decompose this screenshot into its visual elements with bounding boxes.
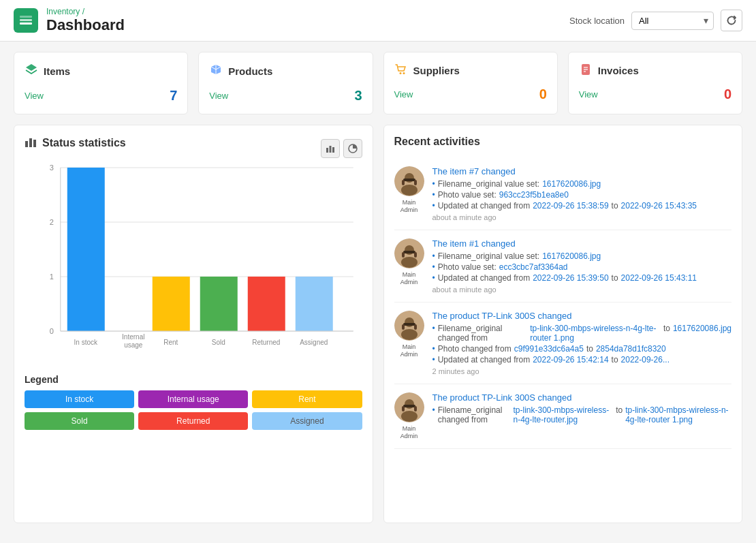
invoices-view-link[interactable]: View [579, 89, 598, 99]
items-view-link[interactable]: View [25, 91, 44, 101]
svg-text:Returned: Returned [252, 339, 280, 346]
activity-title-3[interactable]: The product TP-Link 300S changed [432, 311, 732, 321]
svg-point-5 [403, 72, 405, 74]
stat-card-suppliers-header: Suppliers [394, 63, 547, 78]
stock-location-select[interactable]: All Warehouse A Warehouse B [631, 12, 714, 30]
svg-text:Internal: Internal [122, 333, 144, 341]
recent-activities-panel: Recent activities [383, 125, 743, 523]
legend-item-returned: Returned [138, 412, 248, 430]
svg-rect-37 [403, 179, 415, 181]
activity-time-3: 2 minutes ago [432, 367, 732, 375]
activity-content-4: The product TP-Link 300S changed Filenam… [432, 392, 732, 440]
stat-card-invoices-footer: View 0 [579, 87, 731, 102]
svg-rect-39 [414, 180, 417, 185]
suppliers-view-link[interactable]: View [394, 89, 413, 99]
activity-user-4: MainAdmin [400, 425, 418, 440]
svg-rect-10 [25, 141, 28, 147]
stock-location-label: Stock location [569, 16, 625, 26]
svg-rect-2 [20, 16, 32, 18]
svg-text:Rent: Rent [163, 339, 178, 346]
products-view-link[interactable]: View [209, 91, 228, 101]
activity-avatar-2 [394, 238, 424, 268]
doc-icon [579, 63, 593, 78]
svg-rect-49 [403, 323, 415, 326]
svg-text:Assigned: Assigned [300, 339, 328, 346]
svg-rect-57 [414, 406, 417, 412]
svg-rect-45 [414, 252, 417, 258]
stat-card-products-header: Products [209, 63, 362, 80]
svg-text:usage: usage [124, 341, 143, 349]
items-count: 7 [170, 88, 177, 104]
svg-point-4 [399, 72, 401, 74]
stat-card-items: Items View 7 [14, 52, 188, 114]
stat-card-items-header: Items [25, 63, 177, 80]
invoices-title: Invoices [598, 65, 639, 76]
panel-title-actions: Status statistics [25, 136, 362, 161]
items-title: Items [44, 65, 70, 77]
svg-rect-55 [403, 405, 415, 407]
activity-detail-3-1: Filename_original changed from tp-link-3… [432, 324, 732, 343]
bar-returned [248, 277, 285, 331]
bar-chart-button[interactable] [321, 139, 340, 158]
svg-rect-13 [326, 148, 328, 153]
svg-rect-38 [402, 180, 405, 185]
activity-user-3: MainAdmin [400, 343, 418, 358]
legend-item-internal-usage: Internal usage [138, 390, 248, 408]
top-bar: Inventory / Dashboard Stock location All… [0, 0, 756, 42]
chart-area: 3 2 1 0 In stock [25, 161, 362, 406]
activity-detail-1-3: Updated at changed from 2022-09-26 15:38… [432, 201, 732, 211]
activity-item-2: MainAdmin The item #1 changed Filename_o… [394, 230, 732, 302]
breadcrumb: Inventory / Dashboard [46, 7, 125, 34]
svg-rect-11 [29, 138, 32, 147]
invoices-count: 0 [724, 87, 731, 102]
activity-title-2[interactable]: The item #1 changed [432, 238, 732, 249]
svg-rect-44 [402, 252, 405, 258]
refresh-button[interactable] [721, 10, 742, 31]
top-bar-left: Inventory / Dashboard [14, 7, 125, 34]
breadcrumb-link[interactable]: Inventory / [46, 7, 125, 16]
stat-card-suppliers-footer: View 0 [394, 87, 547, 102]
bar-rent [153, 277, 190, 331]
suppliers-title: Suppliers [413, 65, 460, 76]
app-logo [14, 8, 38, 33]
activity-detail-1-2: Photo value set: 963cc23f5b1ea8e0 [432, 190, 732, 200]
legend-grid: In stock Internal usage Rent Sold Return… [25, 390, 362, 430]
stat-card-invoices: Invoices View 0 [568, 52, 742, 114]
stat-card-suppliers: Suppliers View 0 [383, 52, 558, 114]
svg-rect-12 [33, 140, 36, 147]
activity-detail-1-1: Filename_original value set: 1617620086.… [432, 179, 732, 189]
products-count: 3 [354, 88, 362, 104]
suppliers-count: 0 [539, 87, 547, 102]
svg-point-36 [401, 185, 418, 196]
svg-point-54 [401, 411, 418, 422]
svg-marker-3 [26, 64, 37, 71]
bar-in-stock [67, 168, 105, 331]
legend: Legend In stock Internal usage Rent Sold… [25, 374, 362, 430]
svg-rect-14 [329, 146, 331, 153]
activity-title-1[interactable]: The item #7 changed [432, 166, 732, 176]
activity-user-1: MainAdmin [400, 199, 418, 214]
activity-detail-3-2: Photo changed from c9f991e33dc6a4a5 to 2… [432, 344, 732, 354]
svg-text:2: 2 [50, 218, 54, 226]
activity-user-2: MainAdmin [400, 271, 418, 286]
svg-point-48 [401, 329, 418, 340]
page-title: Dashboard [46, 16, 125, 34]
svg-point-42 [401, 257, 418, 268]
svg-text:0: 0 [50, 327, 54, 335]
stat-card-products: Products View 3 [198, 52, 373, 114]
activities-list[interactable]: MainAdmin The item #7 changed Filename_o… [394, 158, 732, 512]
svg-rect-15 [332, 147, 334, 153]
activity-detail-3-3: Updated at changed from 2022-09-26 15:42… [432, 355, 732, 364]
pie-chart-button[interactable] [343, 139, 362, 158]
bar-sold [200, 277, 238, 331]
legend-item-assigned: Assigned [252, 412, 362, 430]
activity-detail-4-1: Filename_original changed from tp-link-3… [432, 405, 732, 424]
bottom-section: Status statistics [14, 125, 742, 523]
recent-activities-title: Recent activities [394, 136, 732, 148]
activity-item-1: MainAdmin The item #7 changed Filename_o… [394, 158, 732, 230]
activity-title-4[interactable]: The product TP-Link 300S changed [432, 392, 732, 403]
activity-avatar-3 [394, 311, 424, 341]
activity-avatar-4 [394, 392, 424, 422]
activity-detail-2-2: Photo value set: ecc3cbc7af3364ad [432, 262, 732, 272]
stat-card-items-footer: View 7 [25, 88, 177, 104]
